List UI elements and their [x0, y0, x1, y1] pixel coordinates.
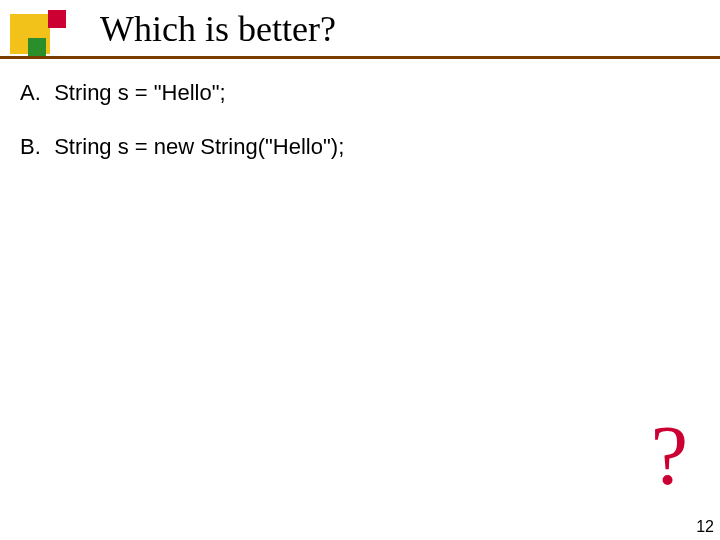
- option-b: B. String s = new String("Hello");: [20, 134, 700, 160]
- logo-green-square: [28, 38, 46, 56]
- slide-title: Which is better?: [100, 8, 336, 50]
- option-a-label: A.: [20, 80, 48, 106]
- option-a: A. String s = "Hello";: [20, 80, 700, 106]
- slide: Which is better? A. String s = "Hello"; …: [0, 0, 720, 540]
- option-b-label: B.: [20, 134, 48, 160]
- logo-block: [10, 10, 70, 58]
- question-mark-icon: ?: [651, 407, 688, 504]
- logo-red-square: [48, 10, 66, 28]
- page-number: 12: [696, 518, 714, 536]
- slide-body: A. String s = "Hello"; B. String s = new…: [20, 80, 700, 188]
- option-a-text: String s = "Hello";: [54, 80, 226, 105]
- option-b-text: String s = new String("Hello");: [54, 134, 344, 159]
- title-underline: [0, 56, 720, 59]
